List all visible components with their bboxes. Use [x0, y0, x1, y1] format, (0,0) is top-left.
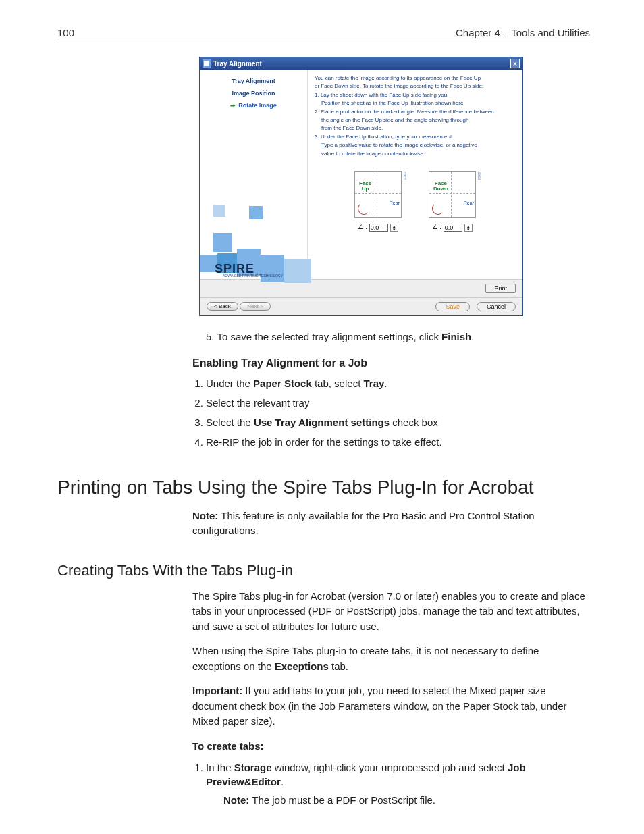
angle-input-face-up[interactable] — [369, 224, 388, 232]
to-create-tabs: To create tabs: — [192, 739, 590, 754]
spinner-icon[interactable]: ▴▾ — [390, 224, 398, 232]
angle-icon: ∠ — [358, 224, 363, 232]
spinner-icon[interactable]: ▴▾ — [464, 224, 473, 232]
create-step-1: In the Storage window, right-click your … — [206, 760, 590, 807]
close-icon[interactable]: × — [510, 59, 520, 68]
tray-alignment-dialog: Tray Alignment × Tray Alignment Image Po… — [199, 57, 523, 316]
para-1: The Spire Tabs plug-in for Acrobat (vers… — [192, 589, 590, 635]
chapter-title: Chapter 4 – Tools and Utilities — [456, 27, 590, 38]
face-down-preview: Face Down Rear ▯▯ ∠ : ▴▾ — [429, 171, 476, 232]
important-note: Important: If you add tabs to your job, … — [192, 683, 590, 729]
nav-rotate-image[interactable]: Rotate Image — [204, 102, 303, 109]
page-header: 100 Chapter 4 – Tools and Utilities — [57, 27, 590, 43]
enabling-step-1: Under the Paper Stock tab, select Tray. — [206, 376, 590, 390]
nav-image-position[interactable]: Image Position — [204, 90, 303, 97]
dialog-title: Tray Alignment — [213, 60, 262, 68]
para-2: When using the Spire Tabs plug-in to cre… — [192, 644, 590, 674]
rotation-arc-icon — [358, 203, 370, 215]
angle-icon: ∠ — [432, 224, 437, 232]
page-number: 100 — [57, 27, 74, 38]
dialog-titlebar: Tray Alignment × — [200, 57, 522, 70]
spire-tagline: ADVANCED PRINTING TECHNOLOGY — [223, 273, 283, 278]
dialog-sidebar: Tray Alignment Image Position Rotate Ima… — [200, 70, 308, 279]
section-heading: Creating Tabs With the Tabs Plug-in — [57, 562, 590, 579]
dialog-main: You can rotate the image according to it… — [308, 70, 522, 279]
app-icon — [203, 59, 211, 68]
print-button[interactable]: Print — [485, 284, 516, 293]
create-tabs-steps: In the Storage window, right-click your … — [192, 760, 590, 807]
cancel-button[interactable]: Cancel — [477, 302, 516, 311]
main-heading: Printing on Tabs Using the Spire Tabs Pl… — [57, 476, 590, 499]
save-button[interactable]: Save — [435, 302, 470, 311]
enabling-step-4: Re-RIP the job in order for the settings… — [206, 435, 590, 449]
nav-tray-alignment[interactable]: Tray Alignment — [204, 78, 303, 84]
note-1: Note: This feature is only available for… — [192, 509, 590, 539]
note-2: Note: The job must be a PDF or PostScrip… — [223, 793, 590, 807]
back-button[interactable]: < Back — [207, 302, 238, 311]
enabling-step-2: Select the relevant tray — [206, 396, 590, 410]
next-button: Next > — [240, 302, 270, 311]
svg-rect-1 — [204, 61, 209, 66]
enabling-heading: Enabling Tray Alignment for a Job — [192, 357, 590, 369]
enabling-steps: Under the Paper Stock tab, select Tray. … — [192, 376, 590, 449]
ruler-icon: ▯▯ — [477, 172, 482, 180]
ruler-icon: ▯▯ — [402, 172, 408, 180]
angle-input-face-down[interactable] — [444, 224, 462, 232]
face-up-preview: Face Up Rear ▯▯ ∠ : ▴▾ — [354, 171, 402, 232]
rotation-arc-icon — [432, 203, 444, 215]
enabling-step-3: Select the Use Tray Alignment settings c… — [206, 415, 590, 429]
step-5: To save the selected tray alignment sett… — [206, 330, 590, 344]
step-5-list: To save the selected tray alignment sett… — [192, 330, 590, 344]
